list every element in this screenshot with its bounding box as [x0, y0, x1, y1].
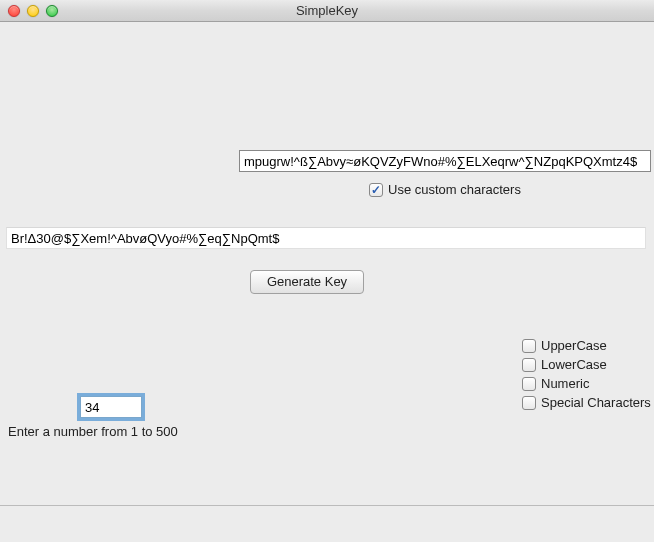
checkbox-icon	[522, 358, 536, 372]
generate-key-button[interactable]: Generate Key	[250, 270, 364, 294]
generated-key-output[interactable]: Br!Δ30@$∑Xem!^AbvøQVyo#%∑eq∑NpQmt$	[6, 227, 646, 249]
window-title: SimpleKey	[0, 3, 654, 18]
checkbox-icon	[369, 183, 383, 197]
length-hint: Enter a number from 1 to 500	[8, 424, 178, 439]
close-icon[interactable]	[8, 5, 20, 17]
character-options: UpperCase LowerCase Numeric Special Char…	[522, 338, 651, 410]
minimize-icon[interactable]	[27, 5, 39, 17]
length-input[interactable]: 34	[80, 396, 142, 418]
uppercase-checkbox[interactable]: UpperCase	[522, 338, 651, 353]
custom-characters-input[interactable]: mpugrw!^ß∑Abvy≈øKQVZyFWno#%∑ELXeqrw^∑NZp…	[239, 150, 651, 172]
numeric-label: Numeric	[541, 376, 589, 391]
use-custom-characters-label: Use custom characters	[388, 182, 521, 197]
uppercase-label: UpperCase	[541, 338, 607, 353]
checkbox-icon	[522, 377, 536, 391]
window-controls	[8, 5, 58, 17]
numeric-checkbox[interactable]: Numeric	[522, 376, 651, 391]
checkbox-icon	[522, 396, 536, 410]
special-characters-label: Special Characters	[541, 395, 651, 410]
lowercase-checkbox[interactable]: LowerCase	[522, 357, 651, 372]
use-custom-characters-checkbox[interactable]: Use custom characters	[369, 182, 521, 197]
title-bar: SimpleKey	[0, 0, 654, 22]
zoom-icon[interactable]	[46, 5, 58, 17]
content-area: mpugrw!^ß∑Abvy≈øKQVZyFWno#%∑ELXeqrw^∑NZp…	[0, 22, 654, 506]
special-characters-checkbox[interactable]: Special Characters	[522, 395, 651, 410]
lowercase-label: LowerCase	[541, 357, 607, 372]
checkbox-icon	[522, 339, 536, 353]
footer	[0, 506, 654, 542]
